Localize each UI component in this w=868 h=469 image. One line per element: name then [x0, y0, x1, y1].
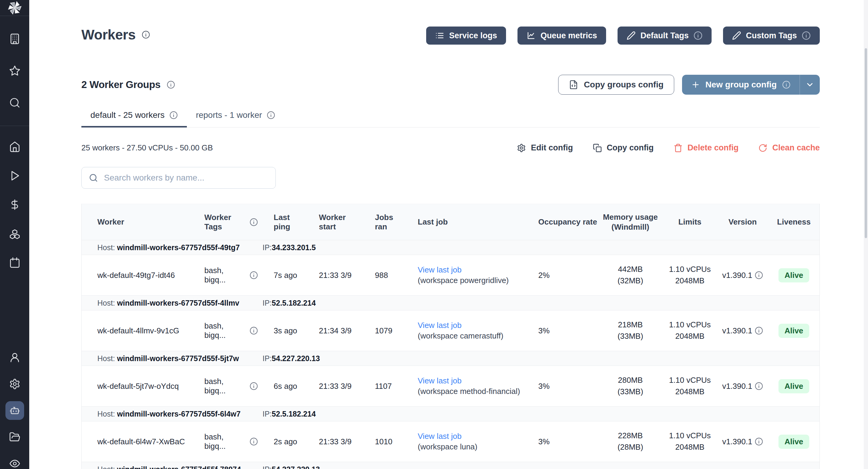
- cubes-icon: [9, 228, 21, 239]
- eye-icon: [9, 458, 21, 469]
- tab-reports[interactable]: reports - 1 worker: [187, 110, 284, 127]
- worker-name: wk-default-4llmv-9v1cG: [82, 326, 189, 336]
- host-ip: 52.5.182.214: [272, 410, 316, 418]
- clean-cache-button[interactable]: Clean cache: [758, 143, 820, 153]
- sidebar-item-home[interactable]: [5, 137, 24, 156]
- queue-metrics-button[interactable]: Queue metrics: [518, 27, 606, 44]
- jobs-ran: 988: [359, 271, 402, 280]
- page-title: Workers: [82, 27, 135, 43]
- default-tags-button[interactable]: Default Tags: [618, 27, 712, 44]
- jobs-ran: 1107: [359, 382, 402, 391]
- delete-config-button[interactable]: Delete config: [674, 143, 739, 153]
- host-name: windmill-workers-67757d55f-5jt7w: [117, 354, 239, 363]
- host-ip: 34.233.201.5: [272, 243, 316, 252]
- scrollbar[interactable]: [864, 0, 868, 469]
- worker-name: wk-default-5jt7w-oYdcq: [82, 382, 189, 391]
- host-ip: 54.227.220.13: [272, 354, 320, 363]
- sidebar-main-group: [0, 126, 29, 283]
- job-workspace: (workspace method-financial): [418, 387, 523, 396]
- info-icon[interactable]: [755, 437, 763, 446]
- limits: 1.10 vCPUs 2048MB: [663, 430, 717, 453]
- copy-config-button[interactable]: Copy config: [593, 143, 654, 153]
- last-job: View last job (workspace powergridlive): [402, 265, 523, 285]
- app-window: Workers Service logs Queue metrics Defau…: [0, 0, 868, 469]
- default-tags-label: Default Tags: [641, 31, 689, 40]
- worker-groups-heading: 2 Worker Groups: [82, 79, 161, 90]
- sidebar-item-favorites[interactable]: [5, 61, 24, 80]
- user-icon: [9, 352, 21, 363]
- table-header: Worker Worker Tags Last ping Worker star…: [82, 204, 819, 240]
- sidebar-item-variables[interactable]: [5, 195, 24, 214]
- building-icon: [9, 33, 21, 44]
- info-icon[interactable]: [693, 31, 703, 40]
- col-worker-start: Worker start: [303, 213, 359, 231]
- sidebar-item-runs[interactable]: [5, 166, 24, 185]
- liveness: Alive: [768, 435, 819, 449]
- calendar-icon: [9, 257, 21, 268]
- col-limits: Limits: [663, 217, 717, 227]
- occupancy-rate: 3%: [523, 437, 598, 446]
- search-input[interactable]: [104, 173, 268, 183]
- sidebar-item-folders[interactable]: [5, 428, 24, 446]
- new-group-config-dropdown[interactable]: [800, 75, 820, 95]
- view-last-job-link[interactable]: View last job: [418, 321, 523, 330]
- copy-groups-config-button[interactable]: Copy groups config: [558, 75, 674, 95]
- info-icon[interactable]: [169, 111, 178, 119]
- scrollbar-thumb[interactable]: [865, 48, 867, 238]
- sidebar-top-group: [0, 16, 29, 126]
- custom-tags-button[interactable]: Custom Tags: [723, 27, 820, 44]
- sidebar-item-workspace[interactable]: [5, 30, 24, 48]
- windmill-logo[interactable]: [0, 0, 29, 16]
- trash-icon: [674, 144, 683, 153]
- info-icon[interactable]: [782, 81, 790, 89]
- tab-default[interactable]: default - 25 workers: [82, 110, 187, 127]
- info-icon[interactable]: [755, 271, 763, 279]
- sidebar-item-schedules[interactable]: [5, 253, 24, 272]
- sidebar-item-audit[interactable]: [5, 454, 24, 469]
- worker-tags: bash, bigq...: [189, 432, 258, 451]
- info-icon[interactable]: [755, 382, 763, 390]
- worker-groups-bar: 2 Worker Groups Copy groups config New g…: [82, 75, 820, 95]
- view-last-job-link[interactable]: View last job: [418, 265, 523, 275]
- info-icon[interactable]: [250, 437, 258, 446]
- worker-row: wk-default-5jt7w-oYdcq bash, bigq... 6s …: [82, 366, 819, 406]
- host-row: Host: windmill-workers-67757d55f-78974 I…: [82, 462, 819, 469]
- info-icon[interactable]: [250, 218, 258, 226]
- info-icon[interactable]: [250, 382, 258, 390]
- info-icon[interactable]: [142, 30, 150, 39]
- host-name: windmill-workers-67757d55f-49tg7: [117, 243, 240, 252]
- sidebar-item-search[interactable]: [5, 93, 24, 112]
- view-last-job-link[interactable]: View last job: [418, 376, 523, 385]
- info-icon[interactable]: [755, 326, 763, 335]
- copy-config-label: Copy config: [607, 143, 654, 153]
- col-version: Version: [717, 217, 768, 227]
- view-last-job-link[interactable]: View last job: [418, 432, 523, 441]
- last-ping: 6s ago: [258, 382, 303, 391]
- info-icon[interactable]: [267, 111, 275, 119]
- folder-icon: [9, 431, 21, 443]
- host-ip: 54.227.220.13: [272, 465, 320, 469]
- occupancy-rate: 2%: [523, 271, 598, 280]
- sidebar-item-users[interactable]: [5, 348, 24, 367]
- host-row: Host: windmill-workers-67757d55f-5jt7w I…: [82, 351, 819, 366]
- new-group-config-button[interactable]: New group config: [682, 75, 800, 95]
- sidebar-item-resources[interactable]: [5, 224, 24, 243]
- info-icon[interactable]: [802, 31, 811, 40]
- info-icon[interactable]: [250, 326, 258, 335]
- info-icon[interactable]: [167, 81, 175, 89]
- version: v1.390.1: [717, 326, 768, 336]
- limits: 1.10 vCPUs 2048MB: [663, 375, 717, 397]
- worker-start: 21:34 3/9: [303, 326, 359, 336]
- memory-usage: 280MB (33MB): [598, 375, 663, 397]
- dollar-icon: [9, 199, 21, 210]
- sidebar-item-workers[interactable]: [5, 401, 24, 420]
- workers-table: Worker Worker Tags Last ping Worker star…: [82, 204, 820, 469]
- worker-start: 21:33 3/9: [303, 437, 359, 446]
- host-row: Host: windmill-workers-67757d55f-4llmv I…: [82, 295, 819, 310]
- sidebar-item-settings[interactable]: [5, 375, 24, 393]
- service-logs-button[interactable]: Service logs: [426, 27, 506, 44]
- edit-config-button[interactable]: Edit config: [517, 143, 572, 153]
- info-icon[interactable]: [250, 271, 258, 279]
- worker-row: wk-default-49tg7-idt46 bash, bigq... 7s …: [82, 255, 819, 295]
- play-icon: [9, 170, 21, 182]
